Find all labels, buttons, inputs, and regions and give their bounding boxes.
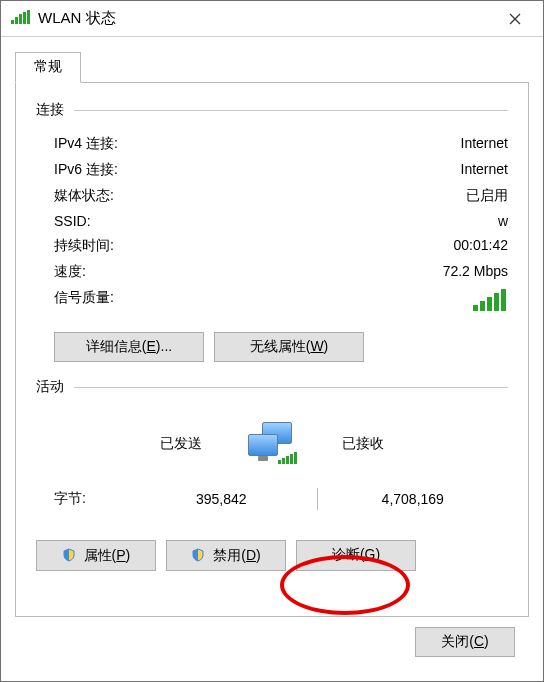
properties-button[interactable]: 属性(P): [36, 540, 156, 571]
bytes-sent-value: 395,842: [126, 491, 317, 507]
row-speed: 速度: 72.2 Mbps: [36, 259, 508, 285]
client-area: 常规 连接 IPv4 连接: Internet IPv6 连接: Interne…: [1, 37, 543, 681]
details-button-suffix: )...: [156, 338, 172, 354]
details-button[interactable]: 详细信息(E)...: [54, 332, 204, 362]
ipv6-value: Internet: [461, 161, 508, 179]
duration-label: 持续时间:: [54, 237, 114, 255]
speed-label: 速度:: [54, 263, 86, 281]
signal-bars-icon: [473, 289, 506, 311]
row-signal: 信号质量:: [36, 285, 508, 318]
row-media: 媒体状态: 已启用: [36, 183, 508, 209]
close-button[interactable]: 关闭(C): [415, 627, 515, 657]
signal-strength-icon: [11, 10, 30, 27]
speed-value: 72.2 Mbps: [443, 263, 508, 281]
row-duration: 持续时间: 00:01:42: [36, 233, 508, 259]
wlan-status-dialog: WLAN 状态 常规 连接 IPv4 连接: Internet IPv6 连接:…: [0, 0, 544, 682]
dialog-footer: 关闭(C): [15, 617, 529, 671]
window-close-button[interactable]: [491, 1, 539, 36]
bytes-label: 字节:: [36, 490, 126, 508]
close-icon: [509, 13, 521, 25]
signal-label: 信号质量:: [54, 289, 114, 314]
properties-button-key: P: [116, 547, 125, 563]
activity-center-icon: [232, 422, 312, 466]
close-button-prefix: 关闭(: [441, 633, 474, 649]
diagnose-button-prefix: 诊断(: [332, 546, 365, 562]
activity-buttons: 属性(P) 禁用(D) 诊断(G): [36, 540, 508, 571]
general-tabpanel: 连接 IPv4 连接: Internet IPv6 连接: Internet 媒…: [15, 82, 529, 617]
wireless-button-prefix: 无线属性(: [250, 338, 311, 354]
wireless-button-suffix: ): [324, 338, 329, 354]
ssid-label: SSID:: [54, 213, 91, 229]
diagnose-button-suffix: ): [375, 546, 380, 562]
bytes-row: 字节: 395,842 4,708,169: [36, 470, 508, 510]
shield-icon: [62, 549, 80, 565]
activity-group-label: 活动: [36, 378, 74, 396]
wireless-button-key: W: [310, 338, 323, 354]
diagnose-button-key: G: [365, 546, 376, 562]
close-button-suffix: ): [484, 633, 489, 649]
activity-area: 已发送 已接收 字节: 395,842 4,7: [36, 414, 508, 510]
details-button-prefix: 详细信息(: [86, 338, 147, 354]
media-value: 已启用: [466, 187, 508, 205]
wireless-properties-button[interactable]: 无线属性(W): [214, 332, 364, 362]
disable-button-suffix: ): [256, 547, 261, 563]
divider: [74, 387, 508, 388]
row-ipv6: IPv6 连接: Internet: [36, 157, 508, 183]
close-button-key: C: [474, 633, 484, 649]
titlebar: WLAN 状态: [1, 1, 543, 37]
bytes-received-value: 4,708,169: [318, 491, 509, 507]
row-ssid: SSID: w: [36, 209, 508, 233]
properties-button-prefix: 属性(: [84, 547, 117, 563]
disable-button-key: D: [246, 547, 256, 563]
disable-button[interactable]: 禁用(D): [166, 540, 286, 571]
divider: [74, 110, 508, 111]
details-button-key: E: [146, 338, 155, 354]
ipv4-value: Internet: [461, 135, 508, 153]
disable-button-prefix: 禁用(: [213, 547, 246, 563]
connection-group-label: 连接: [36, 101, 74, 119]
signal-value: [473, 289, 506, 314]
media-label: 媒体状态:: [54, 187, 114, 205]
ipv4-label: IPv4 连接:: [54, 135, 118, 153]
sent-label: 已发送: [36, 435, 232, 453]
monitors-icon: [248, 422, 296, 466]
duration-value: 00:01:42: [454, 237, 509, 255]
ssid-value: w: [498, 213, 508, 229]
row-ipv4: IPv4 连接: Internet: [36, 131, 508, 157]
received-label: 已接收: [312, 435, 508, 453]
ipv6-label: IPv6 连接:: [54, 161, 118, 179]
tab-general[interactable]: 常规: [15, 52, 81, 83]
properties-button-suffix: ): [126, 547, 131, 563]
activity-group-header: 活动: [36, 378, 508, 396]
diagnose-button[interactable]: 诊断(G): [296, 540, 416, 571]
tab-strip: 常规: [15, 51, 529, 82]
mini-signal-icon: [278, 452, 297, 464]
connection-group-header: 连接: [36, 101, 508, 119]
window-title: WLAN 状态: [38, 9, 491, 28]
shield-icon: [191, 549, 209, 565]
activity-header-row: 已发送 已接收: [36, 414, 508, 470]
connection-buttons: 详细信息(E)... 无线属性(W): [54, 332, 508, 362]
